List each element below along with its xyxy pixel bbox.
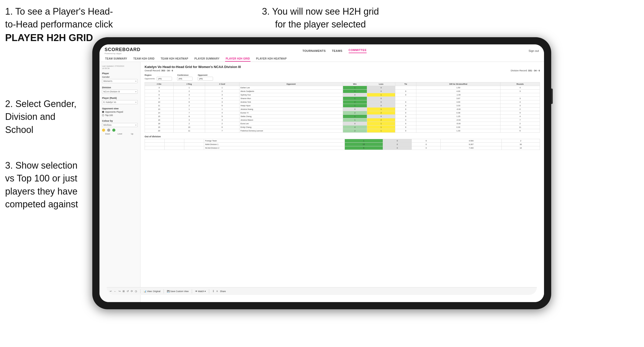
toolbar-refresh2[interactable]: ⟳	[131, 290, 133, 293]
table-row: 13 1 1 Jessica Huang 0 1 0 -3.00 2	[145, 108, 540, 111]
toolbar-view-original[interactable]: 📊 View: Original	[144, 290, 160, 293]
toolbar-menu[interactable]: ≡	[216, 290, 218, 293]
table-row: 3 1 1 Esther Lee 1 0 1.50 4	[145, 86, 540, 90]
col-conf: # Conf	[205, 82, 239, 86]
dot-down	[102, 129, 105, 132]
table-row: 15 8 5 Stella Cheng 1 0 0 1.25 4	[145, 115, 540, 118]
colour-legend: Colour by Win/loss Down Level Up	[102, 120, 138, 135]
radio-opponents-played	[102, 111, 104, 113]
option-opponents-played[interactable]: Opponents Played	[102, 111, 138, 113]
col-diff: Diff Av Strokes/Rnd	[416, 82, 500, 86]
tab-player-summary[interactable]: PLAYER SUMMARY	[194, 56, 220, 62]
gender-label: Gender	[102, 76, 138, 78]
toolbar-sep2	[164, 289, 164, 293]
toolbar-watch[interactable]: 👁 Watch ▾	[195, 290, 206, 293]
opponent-filter: Opponent (All)	[198, 74, 213, 81]
opponent-view-label: Opponent view	[102, 107, 138, 110]
toolbar-grid[interactable]: ⊞	[123, 290, 125, 293]
timestamp: Last Updated: 27/03/2024 16:55:38	[102, 65, 138, 70]
player-section: Player Gender Women's	[102, 72, 138, 83]
toolbar-sep4	[209, 289, 209, 293]
ood-table-row: Foreign Team 1 0 0 4.500 2	[145, 139, 540, 143]
main-table: # Div # Reg # Conf Opponent Win Loss Tie…	[145, 82, 540, 133]
col-tie: Tie	[395, 82, 416, 86]
ood-table-row: NCAA Division 2 5 0 0 7.400 10	[145, 146, 540, 150]
player-label: Player	[102, 72, 138, 75]
opponent-select[interactable]: (All)	[198, 77, 213, 81]
dot-level	[107, 129, 110, 132]
app-header: SCOREBOARD Powered by clippd TOURNAMENTS…	[99, 44, 544, 62]
tab-team-h2h-grid[interactable]: TEAM H2H GRID	[133, 56, 155, 62]
content-area: Katelyn Vo Head-to-Head Grid for Women's…	[140, 62, 544, 302]
logo-area: SCOREBOARD Powered by clippd	[105, 47, 140, 55]
table-row: 6 3 3 Sydney Kuo 0 1 0 -1.00	[145, 93, 540, 97]
player-rank-section: Player (Rank) 8. Katelyn Vo	[102, 97, 138, 104]
tab-player-h2h-grid[interactable]: PLAYER H2H GRID	[225, 56, 250, 62]
logo-text: SCOREBOARD	[105, 47, 140, 52]
toolbar-sep3	[192, 289, 192, 293]
tablet-frame: SCOREBOARD Powered by clippd TOURNAMENTS…	[92, 37, 551, 309]
tab-team-h2h-heatmap[interactable]: TEAM H2H HEATMAP	[160, 56, 189, 62]
division-select[interactable]: NCAA Division III	[102, 90, 138, 94]
col-win: Win	[343, 82, 367, 86]
toolbar-share[interactable]: Share	[220, 290, 226, 293]
table-row: 10 6 3 Andrea York 2 0 0 4.00 4	[145, 100, 540, 104]
gender-select[interactable]: Women's	[102, 79, 138, 83]
table-header: # Div # Reg # Conf Opponent Win Loss Tie…	[145, 82, 540, 86]
logo-sub: Powered by clippd	[105, 52, 140, 55]
records-row: Overall Record: 353 - 34 - 6 Division Re…	[145, 69, 540, 72]
option-top100[interactable]: Top 100	[102, 114, 138, 117]
toolbar-save-custom[interactable]: 💾 Save Custom View	[167, 290, 189, 293]
table-row: 5 2 2 Alexis Sudjianto 1 0 0 4.00 3	[145, 90, 540, 93]
region-select[interactable]: (All)	[157, 77, 172, 81]
radio-top100	[102, 114, 104, 116]
tablet-screen: SCOREBOARD Powered by clippd TOURNAMENTS…	[99, 44, 544, 302]
top-nav: SCOREBOARD Powered by clippd TOURNAMENTS…	[105, 47, 539, 55]
conference-select[interactable]: (All)	[177, 77, 193, 81]
tab-team-summary[interactable]: TEAM SUMMARY	[105, 56, 128, 62]
instruction-3-top: 3. You will now see H2H grid for the pla…	[244, 5, 397, 31]
sub-nav: TEAM SUMMARY TEAM H2H GRID TEAM H2H HEAT…	[105, 56, 539, 62]
player-rank-label: Player (Rank)	[102, 97, 138, 99]
table-row: 16 3 3 Jessica Mason 1 2 0 -0.94 7	[145, 118, 540, 122]
tab-player-h2h-heatmap[interactable]: PLAYER H2H HEATMAP	[256, 56, 287, 62]
nav-teams[interactable]: TEAMS	[332, 49, 343, 52]
sidebar: Last Updated: 27/03/2024 16:55:38 Player…	[99, 62, 140, 302]
out-of-division-table: Foreign Team 1 0 0 4.500 2 NAIA Division…	[145, 139, 540, 150]
toolbar-back[interactable]: ←	[114, 290, 116, 293]
toolbar-redo[interactable]: ↪	[118, 290, 120, 293]
toolbar-undo[interactable]: ↩	[110, 290, 112, 293]
col-div: # Div	[145, 82, 174, 86]
region-filter: Region Opponents: (All)	[145, 74, 172, 81]
bottom-toolbar: ↩ ← ↪ ⊞ ↺ ⟳ ◷ 📊 View: Original 💾 Save Cu…	[107, 287, 537, 295]
division-section: Division NCAA Division III	[102, 86, 138, 94]
sign-out[interactable]: Sign out	[529, 49, 539, 52]
toolbar-refresh1[interactable]: ↺	[127, 290, 129, 293]
tablet-side-button	[551, 89, 553, 104]
colour-by-label: Colour by	[102, 120, 138, 122]
filters-row: Region Opponents: (All) Conference (	[145, 74, 540, 81]
conference-filter: Conference (All)	[177, 74, 193, 81]
division-label: Division	[102, 86, 138, 89]
content-title: Katelyn Vo Head-to-Head Grid for Women's…	[145, 65, 540, 69]
col-loss: Loss	[367, 82, 395, 86]
table-row: 19 10 6 Emily Chang 4 1 0 0.30 11	[145, 126, 540, 129]
colour-by-select[interactable]: Win/loss	[102, 123, 138, 127]
toolbar-clock[interactable]: ◷	[135, 290, 137, 293]
legend-dots	[102, 129, 138, 132]
col-rounds: Rounds	[500, 82, 540, 86]
ood-table-row: NAIA Division 1 15 0 0 9.267 30	[145, 143, 540, 146]
col-opponent: Opponent	[239, 82, 343, 86]
col-reg: # Reg	[174, 82, 205, 86]
top-nav-links: TOURNAMENTS TEAMS COMMITTEE	[303, 49, 367, 53]
out-of-division-header: Out of division	[145, 135, 540, 138]
table-row: 11 2 5 Heejo Hyun 1 0 0 3.33 3	[145, 104, 540, 108]
nav-committee[interactable]: COMMITTEE	[349, 49, 367, 53]
toolbar-download[interactable]: ↧	[212, 290, 214, 293]
opponent-view-section: Opponent view Opponents Played Top 100	[102, 107, 138, 117]
dot-up	[112, 129, 115, 132]
toolbar-sep1	[140, 289, 140, 293]
nav-tournaments[interactable]: TOURNAMENTS	[303, 49, 326, 52]
table-row: 9 1 4 Sharon Mun 1 0 3.67 3	[145, 97, 540, 100]
player-rank-select[interactable]: 8. Katelyn Vo	[102, 100, 138, 104]
